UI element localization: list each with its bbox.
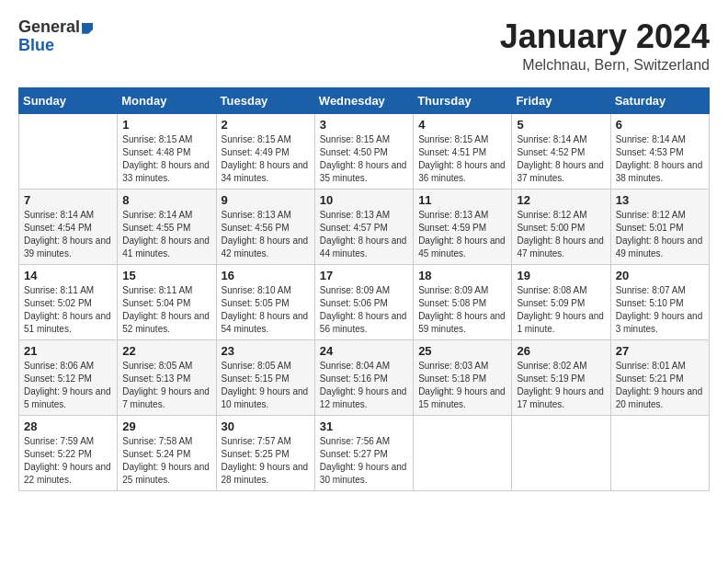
calendar-header-sunday: Sunday xyxy=(19,87,118,113)
day-info: Sunrise: 7:56 AMSunset: 5:27 PMDaylight:… xyxy=(320,435,408,487)
logo-general-text: General xyxy=(18,17,80,36)
day-info: Sunrise: 8:08 AMSunset: 5:09 PMDaylight:… xyxy=(517,284,605,336)
calendar-cell: 6Sunrise: 8:14 AMSunset: 4:53 PMDaylight… xyxy=(610,113,709,189)
day-info: Sunrise: 8:01 AMSunset: 5:21 PMDaylight:… xyxy=(616,360,704,411)
day-info: Sunrise: 8:12 AMSunset: 5:01 PMDaylight:… xyxy=(616,209,704,260)
day-number: 1 xyxy=(122,118,210,132)
day-number: 17 xyxy=(320,269,408,282)
calendar-header-row: SundayMondayTuesdayWednesdayThursdayFrid… xyxy=(19,87,710,113)
calendar-cell: 5Sunrise: 8:14 AMSunset: 4:52 PMDaylight… xyxy=(512,113,610,189)
calendar-cell: 2Sunrise: 8:15 AMSunset: 4:49 PMDaylight… xyxy=(216,113,314,189)
logo-blue-text: Blue xyxy=(18,37,54,55)
calendar-cell xyxy=(414,415,512,490)
day-number: 11 xyxy=(418,193,506,207)
day-info: Sunrise: 8:14 AMSunset: 4:55 PMDaylight:… xyxy=(122,209,210,260)
day-info: Sunrise: 8:14 AMSunset: 4:53 PMDaylight:… xyxy=(616,133,704,185)
day-number: 6 xyxy=(616,118,704,132)
day-number: 2 xyxy=(222,118,310,132)
day-info: Sunrise: 8:04 AMSunset: 5:16 PMDaylight:… xyxy=(320,360,408,411)
day-number: 30 xyxy=(222,419,310,433)
calendar-week-row: 1Sunrise: 8:15 AMSunset: 4:48 PMDaylight… xyxy=(19,113,710,189)
calendar-cell: 12Sunrise: 8:12 AMSunset: 5:00 PMDayligh… xyxy=(512,189,610,264)
day-info: Sunrise: 8:15 AMSunset: 4:48 PMDaylight:… xyxy=(122,133,210,185)
day-number: 24 xyxy=(320,344,408,358)
calendar-cell: 14Sunrise: 8:11 AMSunset: 5:02 PMDayligh… xyxy=(19,264,118,339)
logo: General Blue xyxy=(18,18,93,55)
calendar-cell: 9Sunrise: 8:13 AMSunset: 4:56 PMDaylight… xyxy=(216,189,314,264)
day-info: Sunrise: 7:57 AMSunset: 5:25 PMDaylight:… xyxy=(222,435,310,487)
day-info: Sunrise: 8:06 AMSunset: 5:12 PMDaylight:… xyxy=(24,360,112,411)
calendar-cell: 29Sunrise: 7:58 AMSunset: 5:24 PMDayligh… xyxy=(118,415,216,490)
day-number: 23 xyxy=(222,344,310,358)
day-info: Sunrise: 8:05 AMSunset: 5:13 PMDaylight:… xyxy=(122,360,210,411)
calendar-cell: 7Sunrise: 8:14 AMSunset: 4:54 PMDaylight… xyxy=(19,189,118,264)
calendar-cell xyxy=(512,415,610,490)
day-info: Sunrise: 8:15 AMSunset: 4:51 PMDaylight:… xyxy=(418,133,506,185)
calendar-cell: 13Sunrise: 8:12 AMSunset: 5:01 PMDayligh… xyxy=(610,189,709,264)
calendar-cell: 16Sunrise: 8:10 AMSunset: 5:05 PMDayligh… xyxy=(216,264,314,339)
calendar-cell: 31Sunrise: 7:56 AMSunset: 5:27 PMDayligh… xyxy=(314,415,413,490)
day-number: 21 xyxy=(24,344,112,358)
calendar-cell xyxy=(610,415,709,490)
calendar-header-saturday: Saturday xyxy=(610,87,709,113)
day-info: Sunrise: 8:13 AMSunset: 4:57 PMDaylight:… xyxy=(320,209,408,260)
day-number: 25 xyxy=(418,344,506,358)
calendar-cell: 19Sunrise: 8:08 AMSunset: 5:09 PMDayligh… xyxy=(512,264,610,339)
calendar-table: SundayMondayTuesdayWednesdayThursdayFrid… xyxy=(18,87,710,491)
day-info: Sunrise: 8:15 AMSunset: 4:50 PMDaylight:… xyxy=(320,133,408,185)
calendar-cell: 27Sunrise: 8:01 AMSunset: 5:21 PMDayligh… xyxy=(610,339,709,415)
day-number: 7 xyxy=(24,193,112,207)
day-info: Sunrise: 8:09 AMSunset: 5:06 PMDaylight:… xyxy=(320,284,408,336)
calendar-cell: 4Sunrise: 8:15 AMSunset: 4:51 PMDaylight… xyxy=(414,113,512,189)
day-info: Sunrise: 8:05 AMSunset: 5:15 PMDaylight:… xyxy=(222,360,310,411)
day-number: 26 xyxy=(517,344,605,358)
day-info: Sunrise: 8:07 AMSunset: 5:10 PMDaylight:… xyxy=(616,284,704,336)
calendar-cell: 15Sunrise: 8:11 AMSunset: 5:04 PMDayligh… xyxy=(118,264,216,339)
calendar-header-friday: Friday xyxy=(512,87,610,113)
calendar-cell: 23Sunrise: 8:05 AMSunset: 5:15 PMDayligh… xyxy=(216,339,314,415)
calendar-cell: 28Sunrise: 7:59 AMSunset: 5:22 PMDayligh… xyxy=(19,415,118,490)
title-area: January 2024 Melchnau, Bern, Switzerland xyxy=(500,18,710,74)
month-title: January 2024 xyxy=(500,18,710,55)
day-number: 31 xyxy=(320,419,408,433)
day-number: 29 xyxy=(122,419,210,433)
calendar-cell: 21Sunrise: 8:06 AMSunset: 5:12 PMDayligh… xyxy=(19,339,118,415)
calendar-header-tuesday: Tuesday xyxy=(216,87,314,113)
calendar-cell: 17Sunrise: 8:09 AMSunset: 5:06 PMDayligh… xyxy=(314,264,413,339)
calendar-week-row: 21Sunrise: 8:06 AMSunset: 5:12 PMDayligh… xyxy=(19,339,710,415)
calendar-header-thursday: Thursday xyxy=(414,87,512,113)
day-info: Sunrise: 8:14 AMSunset: 4:52 PMDaylight:… xyxy=(517,133,605,185)
day-number: 19 xyxy=(517,269,605,282)
day-number: 20 xyxy=(616,269,704,282)
calendar-cell: 22Sunrise: 8:05 AMSunset: 5:13 PMDayligh… xyxy=(118,339,216,415)
day-info: Sunrise: 8:11 AMSunset: 5:02 PMDaylight:… xyxy=(24,284,112,336)
day-number: 9 xyxy=(222,193,310,207)
day-info: Sunrise: 8:10 AMSunset: 5:05 PMDaylight:… xyxy=(222,284,310,336)
calendar-cell: 30Sunrise: 7:57 AMSunset: 5:25 PMDayligh… xyxy=(216,415,314,490)
day-number: 28 xyxy=(24,419,112,433)
logo-icon xyxy=(82,23,93,34)
calendar-cell xyxy=(19,113,118,189)
day-number: 12 xyxy=(517,193,605,207)
page-header: General Blue January 2024 Melchnau, Bern… xyxy=(18,18,710,74)
calendar-cell: 8Sunrise: 8:14 AMSunset: 4:55 PMDaylight… xyxy=(118,189,216,264)
calendar-week-row: 7Sunrise: 8:14 AMSunset: 4:54 PMDaylight… xyxy=(19,189,710,264)
calendar-cell: 1Sunrise: 8:15 AMSunset: 4:48 PMDaylight… xyxy=(118,113,216,189)
calendar-cell: 26Sunrise: 8:02 AMSunset: 5:19 PMDayligh… xyxy=(512,339,610,415)
day-number: 18 xyxy=(418,269,506,282)
day-info: Sunrise: 8:14 AMSunset: 4:54 PMDaylight:… xyxy=(24,209,112,260)
day-number: 3 xyxy=(320,118,408,132)
day-info: Sunrise: 8:03 AMSunset: 5:18 PMDaylight:… xyxy=(418,360,506,411)
calendar-cell: 18Sunrise: 8:09 AMSunset: 5:08 PMDayligh… xyxy=(414,264,512,339)
day-number: 5 xyxy=(517,118,605,132)
day-number: 10 xyxy=(320,193,408,207)
day-number: 27 xyxy=(616,344,704,358)
day-number: 15 xyxy=(122,269,210,282)
day-info: Sunrise: 8:11 AMSunset: 5:04 PMDaylight:… xyxy=(122,284,210,336)
day-info: Sunrise: 8:02 AMSunset: 5:19 PMDaylight:… xyxy=(517,360,605,411)
calendar-cell: 11Sunrise: 8:13 AMSunset: 4:59 PMDayligh… xyxy=(414,189,512,264)
location: Melchnau, Bern, Switzerland xyxy=(500,57,710,74)
day-number: 14 xyxy=(24,269,112,282)
calendar-week-row: 14Sunrise: 8:11 AMSunset: 5:02 PMDayligh… xyxy=(19,264,710,339)
day-info: Sunrise: 8:09 AMSunset: 5:08 PMDaylight:… xyxy=(418,284,506,336)
